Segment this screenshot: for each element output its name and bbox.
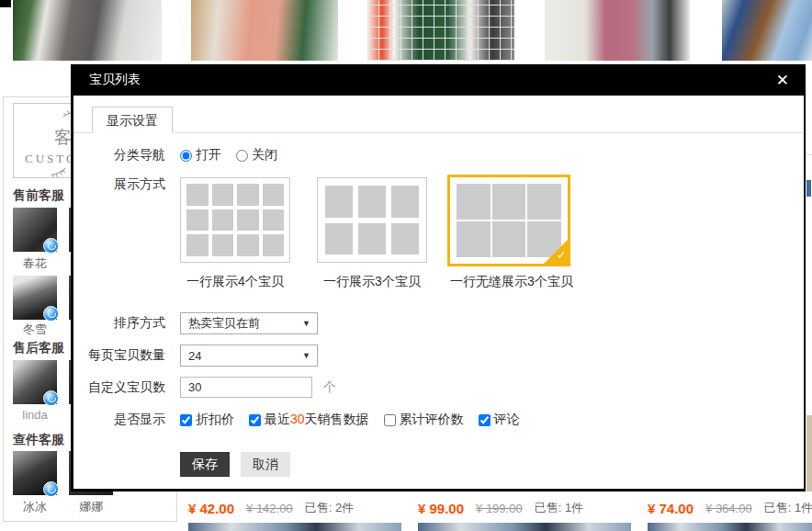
product-image[interactable]	[367, 0, 514, 61]
sort-select-value: 热卖宝贝在前	[188, 315, 260, 332]
display-option-label: 一行无缝展示3个宝贝	[438, 274, 585, 290]
checkbox-label: 评论	[494, 412, 520, 428]
service-agent-name: 冰冰	[13, 499, 57, 515]
display-option-label: 一行展示4个宝贝	[162, 274, 309, 290]
close-icon[interactable]: ✕	[776, 71, 789, 90]
radio-open-input[interactable]	[180, 150, 192, 162]
price-current: ¥ 42.00	[188, 501, 234, 516]
save-button[interactable]: 保存	[180, 452, 230, 477]
wangwang-badge-icon[interactable]	[43, 238, 59, 254]
page-divider	[806, 154, 812, 155]
custom-count-label: 自定义宝贝数	[73, 379, 165, 396]
caret-down-icon: ▼	[302, 319, 310, 328]
product-image[interactable]	[418, 523, 631, 531]
per-page-select-value: 24	[188, 349, 201, 363]
per-page-row: 每页宝贝数量 24 ▼	[73, 345, 318, 367]
wangwang-badge-icon[interactable]	[43, 306, 59, 322]
price-current: ¥ 99.00	[418, 501, 464, 516]
price-current: ¥ 74.00	[648, 501, 694, 516]
price-original: ¥ 142.00	[246, 502, 293, 515]
product-image[interactable]	[191, 0, 338, 61]
dialog-body: 显示设置 分类导航 打开 关闭 展示方式	[73, 96, 804, 489]
grid-preview	[325, 186, 419, 254]
checkbox-30day-sales-input[interactable]	[249, 414, 261, 426]
radio-close-label: 关闭	[252, 147, 277, 164]
service-agent-name: linda	[13, 408, 57, 422]
sold-count: 已售: 1件	[764, 500, 812, 516]
avatar[interactable]	[13, 276, 57, 320]
selected-corner: ✓	[544, 240, 568, 264]
dialog-title: 宝贝列表	[89, 72, 141, 88]
wangwang-badge-icon[interactable]	[43, 481, 59, 497]
checkbox-discount-price[interactable]: 折扣价	[180, 412, 234, 428]
show-options-label: 是否显示	[73, 412, 165, 428]
product-image[interactable]	[188, 523, 401, 531]
service-agent-name: 冬雪	[13, 322, 57, 338]
custom-count-input[interactable]	[180, 377, 312, 398]
product-list-settings-dialog: 宝贝列表 ✕ 显示设置 分类导航 打开 关闭 展示方式	[71, 64, 806, 491]
radio-close-input[interactable]	[236, 150, 248, 162]
radio-open-label: 打开	[196, 147, 221, 164]
category-nav-label: 分类导航	[73, 147, 165, 164]
dialog-titlebar: 宝贝列表 ✕	[71, 64, 806, 96]
product-image[interactable]	[722, 0, 812, 61]
radio-close[interactable]: 关闭	[236, 147, 277, 164]
checkbox-label: 最近30天销售数据	[265, 412, 369, 428]
wangwang-badge-icon[interactable]	[43, 390, 59, 406]
avatar[interactable]	[13, 360, 57, 404]
price-original: ¥ 199.00	[476, 502, 523, 515]
service-agent-name: 娜娜	[69, 499, 113, 515]
sold-count: 已售: 2件	[305, 500, 354, 516]
grid-preview	[186, 184, 284, 256]
checkbox-total-reviews[interactable]: 累计评价数	[384, 412, 464, 428]
dialog-buttons-row: 保存 取消	[73, 452, 290, 477]
product-price-row: ¥ 42.00 ¥ 142.00 已售: 2件	[188, 499, 409, 517]
avatar[interactable]	[13, 451, 57, 495]
show-options-row: 是否显示 折扣价 最近30天销售数据 累计评价数 评论	[73, 412, 535, 428]
page-top-notch	[0, 0, 11, 7]
custom-count-row: 自定义宝贝数 个	[73, 377, 336, 398]
category-nav-row: 分类导航 打开 关闭	[73, 147, 292, 164]
per-page-select[interactable]: 24 ▼	[180, 345, 318, 367]
checkbox-comments-input[interactable]	[479, 414, 491, 426]
sort-select[interactable]: 热卖宝贝在前 ▼	[180, 312, 318, 334]
checkbox-comments[interactable]: 评论	[479, 412, 520, 428]
checkbox-label: 折扣价	[196, 412, 234, 428]
product-price-row: ¥ 99.00 ¥ 199.00 已售: 1件	[418, 499, 638, 517]
tab-divider	[73, 132, 804, 133]
per-page-label: 每页宝贝数量	[73, 347, 165, 364]
price-original: ¥ 364.00	[705, 502, 752, 515]
service-agent-name: 春花	[13, 255, 57, 272]
display-mode-options: ✓ 一行展示4个宝贝 一行展示3个宝贝 一行无缝展示3个宝贝	[73, 175, 804, 283]
check-icon: ✓	[557, 248, 567, 262]
checkbox-total-reviews-input[interactable]	[384, 414, 396, 426]
page-link-fragment	[806, 180, 811, 197]
display-option-seamless-3-per-row[interactable]: ✓	[447, 175, 570, 266]
radio-open[interactable]: 打开	[180, 147, 221, 164]
display-option-label: 一行展示3个宝贝	[299, 274, 445, 290]
checkbox-label: 累计评价数	[400, 412, 464, 428]
custom-count-unit: 个	[323, 379, 336, 396]
tab-display-settings[interactable]: 显示设置	[92, 107, 173, 133]
sold-count: 已售: 1件	[535, 500, 583, 516]
logo-cjk-text: 客	[54, 126, 72, 150]
sort-row: 排序方式 热卖宝贝在前 ▼	[73, 312, 318, 334]
product-image[interactable]	[545, 0, 690, 61]
checkbox-discount-price-input[interactable]	[180, 414, 192, 426]
checkbox-30day-sales[interactable]: 最近30天销售数据	[249, 412, 369, 428]
page-image-fragment	[806, 415, 812, 491]
sort-label: 排序方式	[73, 315, 165, 332]
caret-down-icon: ▼	[302, 351, 310, 360]
avatar[interactable]	[13, 208, 57, 252]
product-image[interactable]	[13, 0, 162, 61]
display-option-3-per-row[interactable]	[317, 177, 427, 263]
product-image[interactable]	[648, 523, 812, 531]
cancel-button[interactable]: 取消	[241, 452, 290, 477]
product-price-row: ¥ 74.00 ¥ 364.00 已售: 1件	[648, 499, 812, 517]
display-option-4-per-row[interactable]	[180, 177, 290, 263]
